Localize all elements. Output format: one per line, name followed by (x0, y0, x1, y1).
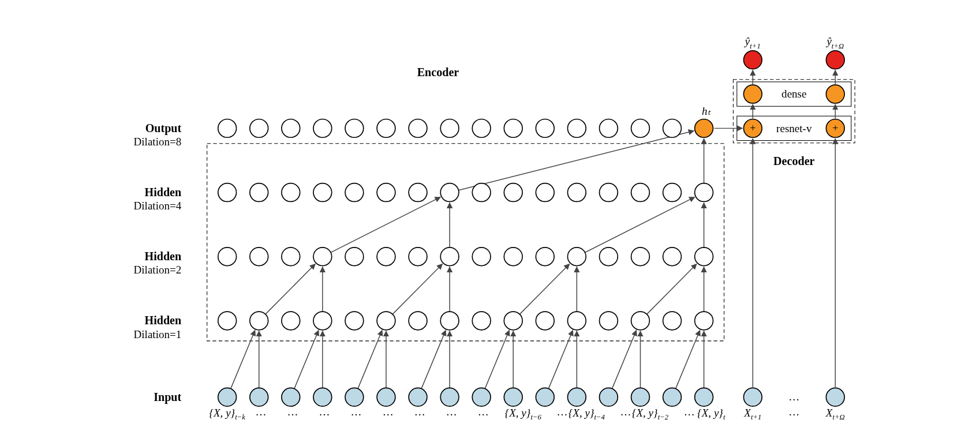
decoder-input-label-t1: Xt+1 (743, 407, 761, 421)
output-label-yO: ŷt+Ω (825, 35, 844, 50)
hidden-node (250, 248, 268, 266)
ellipsis: … (287, 406, 298, 418)
hidden-node (409, 312, 427, 330)
hidden-node (345, 312, 364, 330)
edge (548, 331, 573, 389)
hidden-node (218, 183, 237, 202)
hidden-node (472, 248, 491, 266)
decoder-title: Decoder (773, 155, 815, 167)
edge (421, 331, 446, 389)
hidden-node (504, 248, 522, 266)
hidden-node (631, 183, 650, 202)
input-node (282, 388, 300, 406)
row-label-input: Input (154, 391, 181, 404)
row-label-output: Output (145, 122, 182, 135)
hidden-node (377, 119, 395, 137)
hidden-node (663, 183, 682, 202)
hidden-node (313, 248, 332, 266)
hidden-node (600, 183, 618, 202)
edge (459, 131, 694, 190)
input-label-t2: {X, y}t−2 (632, 407, 669, 421)
edge (358, 331, 382, 389)
hidden-node (631, 248, 650, 266)
row-label-hidden3: Hidden (145, 186, 182, 198)
row-label-hidden2: Hidden (145, 250, 182, 263)
hidden-node (440, 183, 459, 202)
hidden-node (250, 119, 268, 137)
hidden-node (504, 312, 522, 330)
hidden-node (600, 119, 618, 137)
hidden-node (695, 183, 713, 202)
ht-node (695, 119, 713, 137)
ellipsis: … (788, 406, 799, 418)
hidden-node (345, 119, 364, 137)
hidden-node (631, 312, 650, 330)
output-label-y1: ŷt+1 (744, 35, 761, 50)
hidden-node (504, 119, 522, 137)
hidden-node (282, 248, 300, 266)
hidden-node (440, 119, 459, 137)
input-node (377, 388, 395, 406)
hidden-node (631, 119, 650, 137)
hidden-node (218, 119, 237, 137)
hidden-node (472, 183, 491, 202)
edge (612, 331, 637, 389)
edge (485, 331, 509, 389)
hidden-node (345, 183, 364, 202)
ellipsis: … (478, 406, 489, 418)
hidden-node (567, 248, 586, 266)
ellipsis: … (556, 406, 567, 418)
edge (231, 331, 255, 389)
output-node (743, 51, 762, 69)
edge (331, 197, 440, 253)
edge (294, 331, 319, 389)
hidden-node (440, 312, 459, 330)
row-sublabel-hidden2: Dilation=2 (134, 264, 182, 276)
hidden-node (282, 119, 300, 137)
hidden-node (409, 183, 427, 202)
hidden-node (377, 248, 395, 266)
hidden-node (282, 312, 300, 330)
hidden-node (695, 248, 713, 266)
output-node (826, 51, 844, 69)
encoder-dashed-box (207, 144, 724, 341)
input-label-t6: {X, y}t−6 (505, 407, 542, 421)
edge (392, 264, 442, 314)
hidden-node (600, 312, 618, 330)
plus-icon: + (750, 122, 755, 134)
input-node (567, 388, 586, 406)
hidden-node (472, 312, 491, 330)
decoder-input-node (826, 388, 844, 406)
ellipsis: … (383, 406, 394, 418)
hidden-node (377, 312, 395, 330)
hidden-node (663, 119, 682, 137)
input-node (313, 388, 332, 406)
hidden-node (567, 119, 586, 137)
edge (265, 264, 315, 314)
hidden-node (313, 183, 332, 202)
hidden-node (218, 312, 237, 330)
hidden-node (600, 248, 618, 266)
hidden-node (377, 183, 395, 202)
input-node (218, 388, 237, 406)
dense-label: dense (781, 88, 806, 100)
hidden-node (313, 312, 332, 330)
edge (647, 264, 697, 314)
hidden-node (536, 183, 554, 202)
dense-node (826, 85, 844, 103)
input-node (250, 388, 268, 406)
edge (676, 331, 700, 389)
ellipsis: … (684, 406, 695, 418)
ellipsis: … (351, 406, 362, 418)
ht-label: hₜ (702, 105, 711, 117)
input-node (440, 388, 459, 406)
hidden-node (567, 312, 586, 330)
decoder-input-node (743, 388, 762, 406)
row-sublabel-hidden1: Dilation=1 (134, 328, 182, 340)
hidden-node (504, 183, 522, 202)
input-node (472, 388, 491, 406)
input-node (600, 388, 618, 406)
hidden-node (663, 312, 682, 330)
hidden-node (409, 248, 427, 266)
encoder-title: Encoder (417, 66, 459, 78)
